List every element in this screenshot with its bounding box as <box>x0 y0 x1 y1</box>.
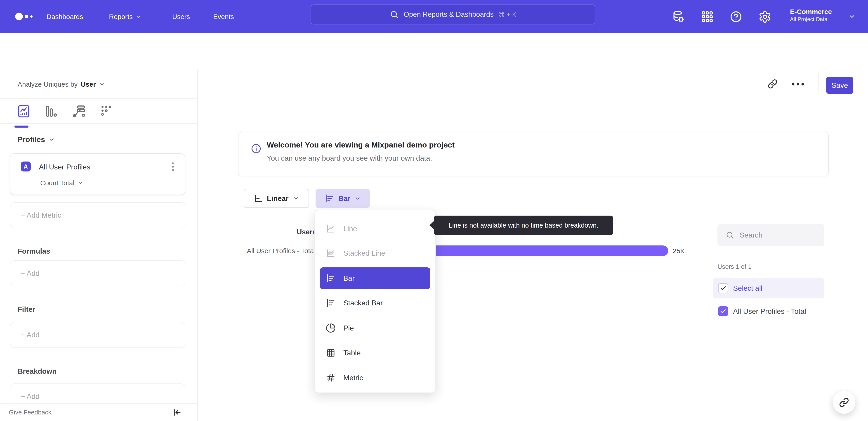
more-menu-icon[interactable] <box>792 83 804 86</box>
project-name: E-Commerce <box>790 8 832 16</box>
table-icon <box>326 348 336 358</box>
menu-item-pie[interactable]: Pie <box>320 317 430 339</box>
legend-search-input[interactable]: Search <box>717 224 825 246</box>
select-all-row[interactable]: Select all <box>713 278 825 298</box>
add-formula-button[interactable]: + Add <box>10 260 185 286</box>
menu-item-table[interactable]: Table <box>320 342 430 364</box>
apps-grid-icon[interactable] <box>701 10 714 23</box>
formulas-heading: Formulas <box>18 247 50 255</box>
analyze-by-value[interactable]: User <box>81 81 96 88</box>
chart-type-menu: Line Stacked Line Bar Stacked Bar Pie <box>314 210 436 393</box>
sidebar-footer: Give Feedback <box>0 403 197 421</box>
metric-aggregation[interactable]: Count Total <box>40 179 84 187</box>
nav-users[interactable]: Users <box>172 0 190 33</box>
metric-name[interactable]: All User Profiles <box>39 163 90 171</box>
add-filter-button[interactable]: + Add <box>10 322 185 348</box>
menu-item-bar[interactable]: Bar <box>320 268 430 289</box>
pie-chart-icon <box>326 323 336 333</box>
breakdown-heading: Breakdown <box>18 367 57 375</box>
chart-type-button[interactable]: Bar <box>315 189 370 208</box>
axis-icon <box>254 194 263 203</box>
analyze-by-row: Analyze Uniques by User <box>0 70 197 99</box>
select-all-label: Select all <box>733 284 763 292</box>
chevron-down-icon[interactable] <box>99 81 105 88</box>
stacked-bar-chart-icon <box>326 298 336 308</box>
floating-link-button[interactable] <box>833 391 855 414</box>
legend-divider <box>708 213 708 417</box>
banner-subtitle: You can use any board you see with your … <box>267 154 432 162</box>
metric-kebab-icon[interactable] <box>171 162 175 172</box>
legend-count: Users 1 of 1 <box>717 263 752 270</box>
legend-item-checkbox[interactable] <box>718 306 728 316</box>
bar-chart-icon <box>324 194 334 203</box>
line-chart-icon <box>326 224 336 234</box>
report-type-tabs <box>0 99 197 124</box>
project-chevron-down-icon[interactable] <box>848 13 856 20</box>
tab-funnels[interactable] <box>43 104 58 119</box>
nav-events[interactable]: Events <box>213 0 234 33</box>
search-icon <box>725 231 734 240</box>
give-feedback-link[interactable]: Give Feedback <box>9 409 51 416</box>
scale-selector-button[interactable]: Linear <box>244 189 309 208</box>
menu-item-metric[interactable]: Metric <box>320 367 430 389</box>
demo-banner: Welcome! You are viewing a Mixpanel demo… <box>238 132 829 176</box>
report-header: Untitled + Add description... Save <box>0 33 868 70</box>
stacked-line-chart-icon <box>326 248 336 258</box>
chart-bar-value: 25K <box>673 246 685 256</box>
line-disabled-tooltip: Line is not available with no time based… <box>434 216 613 235</box>
help-icon[interactable] <box>730 10 743 23</box>
save-button[interactable]: Save <box>826 77 853 94</box>
collapse-sidebar-icon[interactable] <box>172 408 182 417</box>
mixpanel-insights-page: Dashboards Reports Users Events Open Rep… <box>0 0 868 421</box>
copy-link-icon[interactable] <box>768 79 778 89</box>
select-all-checkbox[interactable] <box>718 283 728 293</box>
filter-heading: Filter <box>18 305 35 313</box>
menu-item-stacked-line[interactable]: Stacked Line <box>320 242 430 264</box>
project-scope: All Project Data <box>790 16 832 23</box>
tab-flows[interactable] <box>72 104 87 119</box>
settings-gear-icon[interactable] <box>758 10 772 23</box>
tooltip-arrow <box>430 221 434 230</box>
chart-col-users: Users <box>297 228 316 236</box>
info-icon <box>251 143 261 154</box>
mixpanel-logo[interactable] <box>14 11 36 22</box>
legend-item-row[interactable]: All User Profiles - Total <box>713 301 825 321</box>
header-divider <box>818 74 818 93</box>
top-nav: Dashboards Reports Users Events Open Rep… <box>0 0 868 33</box>
legend-item-label: All User Profiles - Total <box>733 307 806 315</box>
active-tab-underline <box>14 125 29 128</box>
project-switcher[interactable]: E-Commerce All Project Data <box>790 8 832 23</box>
add-metric-button[interactable]: + Add Metric <box>10 202 185 228</box>
metric-badge: A <box>21 162 31 171</box>
chart-row-label: All User Profiles - Total <box>247 246 314 256</box>
global-search[interactable]: Open Reports & Dashboards ⌘ + K <box>311 4 595 24</box>
profiles-section-header[interactable]: Profiles <box>18 134 55 145</box>
metric-hash-icon <box>326 373 336 383</box>
data-management-icon[interactable] <box>672 10 685 23</box>
banner-title: Welcome! You are viewing a Mixpanel demo… <box>267 140 455 149</box>
analyze-by-prefix: Analyze Uniques by <box>18 81 78 88</box>
tab-retention[interactable] <box>99 104 114 119</box>
chevron-down-icon <box>136 14 142 20</box>
nav-reports[interactable]: Reports <box>109 0 142 33</box>
menu-item-line[interactable]: Line <box>320 218 430 240</box>
link-icon <box>839 397 849 408</box>
metric-card[interactable]: A All User Profiles Count Total <box>10 153 185 195</box>
nav-dashboards[interactable]: Dashboards <box>46 0 83 33</box>
search-shortcut: ⌘ + K <box>499 11 517 18</box>
search-placeholder: Open Reports & Dashboards <box>404 10 494 19</box>
tab-insights[interactable] <box>16 104 31 119</box>
bar-chart-icon <box>326 273 336 283</box>
menu-item-stacked-bar[interactable]: Stacked Bar <box>320 292 430 314</box>
query-builder-sidebar: Analyze Uniques by User <box>0 70 198 421</box>
search-icon <box>390 10 399 19</box>
